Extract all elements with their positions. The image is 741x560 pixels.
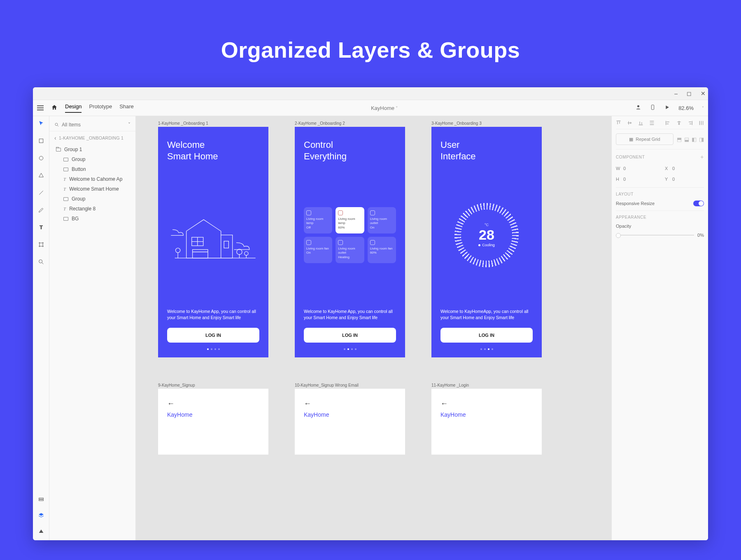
- control-tile[interactable]: Living room lampOff: [304, 207, 332, 233]
- login-button[interactable]: LOG IN: [440, 328, 533, 343]
- line-tool-icon[interactable]: [38, 189, 44, 198]
- artboard-label[interactable]: 2-KayHome _Onboarding 2: [295, 121, 345, 126]
- page-dots: [304, 348, 396, 350]
- boolean-subtract-icon[interactable]: ⬓: [684, 136, 689, 142]
- tile-name: Living room lamp: [306, 217, 330, 226]
- layer-row[interactable]: TWelcome Smart Home: [49, 184, 135, 194]
- layer-row[interactable]: Group: [49, 194, 135, 204]
- w-input[interactable]: 0: [623, 166, 626, 171]
- tab-share[interactable]: Share: [119, 103, 134, 113]
- rect-tool-icon[interactable]: [38, 138, 44, 146]
- hamburger-menu-icon[interactable]: [37, 105, 44, 110]
- dist-h-icon[interactable]: [699, 120, 704, 126]
- repeat-grid-button[interactable]: ▦ Repeat Grid: [616, 133, 673, 145]
- layer-row[interactable]: TWelcome to Cahome Ap: [49, 174, 135, 184]
- align-right-icon[interactable]: [687, 120, 693, 126]
- responsive-resize-toggle[interactable]: [693, 201, 704, 206]
- boolean-intersect-icon[interactable]: ◧: [692, 136, 697, 142]
- svg-rect-10: [193, 250, 208, 258]
- artboard-signup[interactable]: ← KayHome: [158, 389, 268, 455]
- boolean-exclude-icon[interactable]: ◨: [699, 136, 704, 142]
- layers-search[interactable]: All Items ˅: [49, 120, 135, 131]
- window-titlebar: – ◻ ✕: [33, 87, 708, 100]
- canvas[interactable]: 1-KayHome _Onboarding 1 Welcome Smart Ho…: [136, 116, 611, 540]
- zoom-value[interactable]: 82.6%: [678, 105, 694, 111]
- svg-point-13: [237, 249, 242, 254]
- layers-breadcrumb[interactable]: 1-KAYHOME _ONBOARDING 1: [49, 131, 135, 145]
- back-arrow-icon[interactable]: ←: [304, 399, 396, 408]
- tab-prototype[interactable]: Prototype: [89, 103, 112, 113]
- artboard-label[interactable]: 1-KayHome _Onboarding 1: [158, 121, 208, 126]
- brand-name: KayHome: [440, 411, 533, 418]
- align-top-icon[interactable]: [616, 120, 621, 126]
- y-input[interactable]: 0: [672, 177, 675, 182]
- artboard-onboarding-2[interactable]: Control Everything Living room lampOffLi…: [295, 127, 405, 357]
- login-button[interactable]: LOG IN: [167, 328, 259, 343]
- document-title[interactable]: KayHome: [371, 105, 398, 111]
- artboard-onboarding-3[interactable]: User Interface °C 28 Cooling Welcome to …: [431, 127, 542, 357]
- play-preview-icon[interactable]: [664, 104, 670, 112]
- home-icon[interactable]: [51, 104, 58, 112]
- align-bottom-icon[interactable]: [638, 120, 643, 126]
- artboard-signup-wrong[interactable]: ← KayHome: [295, 389, 405, 455]
- login-button[interactable]: LOG IN: [304, 328, 396, 343]
- svg-point-14: [245, 252, 248, 255]
- user-avatar-icon[interactable]: [635, 104, 641, 112]
- align-controls: [616, 119, 704, 129]
- layer-label: Welcome to Cahome Ap: [69, 176, 122, 182]
- control-tile[interactable]: Living room outletOn: [368, 207, 396, 233]
- window-maximize-button[interactable]: ◻: [687, 90, 692, 97]
- app-window: – ◻ ✕ Design Prototype Share KayHome 82.…: [33, 87, 708, 540]
- artboard-onboarding-1[interactable]: Welcome Smart Home: [158, 127, 268, 357]
- responsive-resize-label: Responsive Resize: [616, 201, 655, 206]
- artboard-label[interactable]: 9-KayHome_Signup: [158, 383, 195, 387]
- svg-rect-6: [39, 498, 43, 499]
- boolean-add-icon[interactable]: ⬒: [677, 136, 682, 142]
- layers-panel-icon[interactable]: [38, 512, 44, 520]
- plugins-panel-icon[interactable]: [38, 528, 44, 536]
- house-illustration: [167, 168, 259, 302]
- control-tile[interactable]: Living room fanOn: [304, 237, 332, 263]
- polygon-tool-icon[interactable]: [38, 172, 44, 180]
- text-tool-icon[interactable]: [38, 224, 44, 232]
- artboard-label[interactable]: 11-KayHome _Login: [431, 383, 469, 387]
- align-hmid-icon[interactable]: [676, 120, 682, 126]
- control-tile[interactable]: Living room fan60%: [368, 237, 396, 263]
- zoom-tool-icon[interactable]: [38, 259, 44, 267]
- select-tool-icon[interactable]: [38, 120, 44, 128]
- align-vmid-icon[interactable]: [627, 120, 632, 126]
- h-input[interactable]: 0: [623, 177, 626, 182]
- layer-label: Group 1: [64, 147, 82, 152]
- brand-name: KayHome: [304, 411, 396, 418]
- back-arrow-icon[interactable]: ←: [167, 399, 259, 408]
- x-input[interactable]: 0: [672, 166, 675, 171]
- layer-label: Rectangle 8: [69, 206, 96, 212]
- layer-row[interactable]: Group 1: [49, 145, 135, 154]
- dist-v-icon[interactable]: [649, 120, 655, 126]
- layer-row[interactable]: Group: [49, 154, 135, 164]
- window-minimize-button[interactable]: –: [674, 90, 678, 97]
- window-close-button[interactable]: ✕: [701, 90, 706, 97]
- control-tile[interactable]: Living room outletHeating: [336, 237, 364, 263]
- align-left-icon[interactable]: [665, 120, 671, 126]
- pen-tool-icon[interactable]: [38, 207, 44, 215]
- opacity-slider[interactable]: [616, 235, 694, 236]
- zoom-caret-icon[interactable]: ˅: [702, 106, 704, 110]
- layer-row[interactable]: Button: [49, 164, 135, 174]
- artboard-label[interactable]: 3-KayHome _Onboarding 3: [431, 121, 482, 126]
- back-arrow-icon[interactable]: ←: [440, 399, 533, 408]
- svg-point-5: [39, 260, 42, 263]
- tab-design[interactable]: Design: [65, 103, 82, 113]
- tile-icon: [338, 240, 343, 245]
- layer-row[interactable]: TRectangle 8: [49, 204, 135, 214]
- device-preview-icon[interactable]: [650, 104, 656, 112]
- assets-panel-icon[interactable]: [38, 497, 44, 505]
- artboard-label[interactable]: 10-KayHome_Signup Wrong Email: [295, 383, 359, 387]
- artboard-tool-icon[interactable]: [38, 241, 44, 250]
- artboard-login[interactable]: ← KayHome: [431, 389, 542, 455]
- add-component-icon[interactable]: +: [700, 154, 704, 160]
- ellipse-tool-icon[interactable]: [38, 155, 44, 163]
- control-tile[interactable]: Living room lamp60%: [336, 207, 364, 233]
- layer-row[interactable]: BG: [49, 214, 135, 224]
- svg-rect-4: [40, 243, 43, 246]
